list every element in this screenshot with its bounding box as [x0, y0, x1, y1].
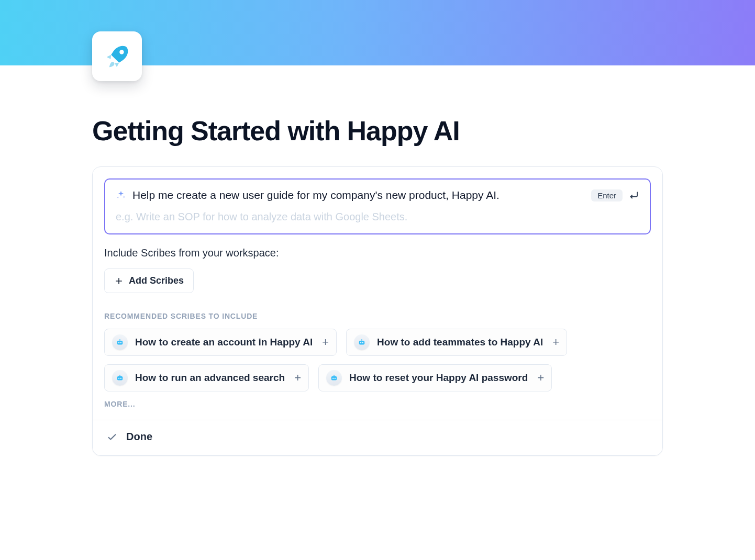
svg-point-7: [362, 342, 363, 343]
add-scribes-label: Add Scribes: [129, 275, 184, 286]
rocket-icon: [103, 42, 131, 71]
add-scribes-button[interactable]: Add Scribes: [104, 268, 194, 293]
scribe-chip-label: How to reset your Happy AI password: [349, 372, 528, 384]
recommended-heading: RECOMMENDED SCRIBES TO INCLUDE: [104, 312, 651, 320]
recommended-scribe-chip[interactable]: How to run an advanced search +: [104, 364, 309, 391]
svg-point-14: [332, 378, 334, 379]
plus-icon: +: [294, 371, 301, 385]
done-row[interactable]: Done: [93, 420, 662, 455]
svg-point-6: [360, 342, 361, 343]
svg-rect-9: [117, 376, 123, 380]
recommended-scribe-chip[interactable]: How to create an account in Happy AI +: [104, 329, 337, 356]
prompt-placeholder-text: e.g. Write an SOP for how to analyze dat…: [116, 211, 639, 223]
svg-point-2: [118, 342, 119, 343]
svg-point-15: [335, 378, 336, 379]
plus-icon: +: [322, 335, 329, 349]
recommended-scribe-chip[interactable]: How to add teammates to Happy AI +: [346, 329, 567, 356]
include-label: Include Scribes from your workspace:: [104, 247, 651, 259]
svg-rect-13: [331, 376, 337, 380]
scribe-chip-label: How to create an account in Happy AI: [135, 337, 313, 348]
enter-arrow-icon: [628, 189, 639, 201]
more-link[interactable]: MORE...: [104, 400, 651, 408]
svg-rect-12: [119, 375, 120, 376]
plus-icon: [114, 276, 124, 286]
svg-rect-16: [334, 375, 335, 376]
plus-icon: +: [537, 371, 544, 385]
check-icon: [106, 431, 118, 443]
recommended-scribe-chip[interactable]: How to reset your Happy AI password +: [318, 364, 552, 391]
svg-rect-4: [119, 339, 120, 341]
main-card: Help me create a new user guide for my c…: [92, 166, 663, 456]
page-icon-tile: [92, 31, 142, 81]
svg-point-0: [119, 50, 124, 54]
scribe-chip-label: How to run an advanced search: [135, 372, 285, 384]
svg-rect-5: [359, 341, 365, 345]
svg-rect-8: [361, 339, 362, 341]
plus-icon: +: [552, 335, 559, 349]
robot-icon: [326, 370, 342, 386]
done-label: Done: [126, 431, 152, 443]
svg-point-3: [120, 342, 121, 343]
enter-key-hint[interactable]: Enter: [591, 189, 623, 201]
prompt-input[interactable]: Help me create a new user guide for my c…: [104, 178, 651, 234]
scribe-chip-label: How to add teammates to Happy AI: [377, 337, 543, 348]
robot-icon: [112, 334, 128, 350]
page-title: Getting Started with Happy AI: [92, 65, 663, 147]
prompt-text-value: Help me create a new user guide for my c…: [132, 189, 585, 201]
svg-point-11: [120, 378, 121, 379]
robot-icon: [354, 334, 370, 350]
sparkle-icon: [116, 190, 126, 200]
svg-point-10: [118, 378, 119, 379]
robot-icon: [112, 370, 128, 386]
svg-rect-1: [117, 341, 123, 345]
